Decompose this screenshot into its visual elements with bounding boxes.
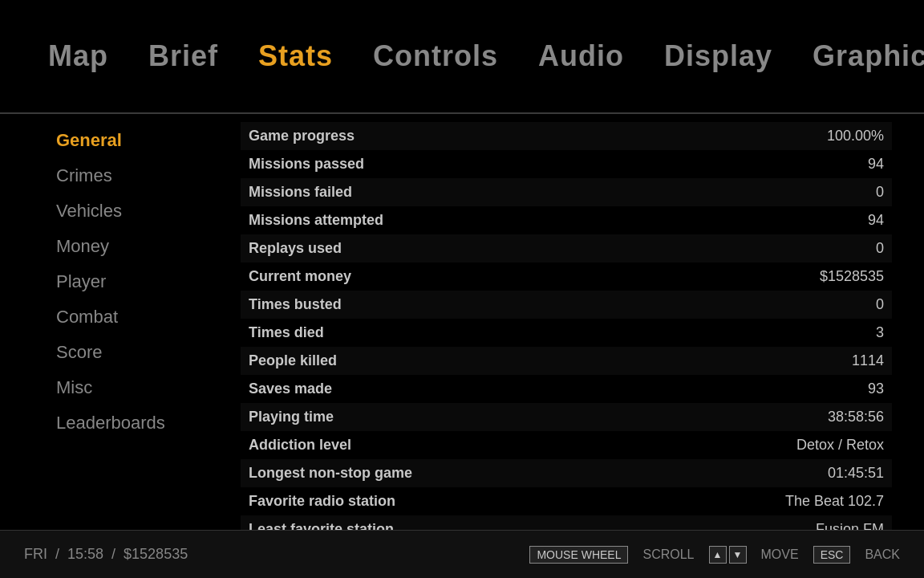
stat-value: 100.00% (827, 128, 884, 144)
nav-item-graphics[interactable]: Graphics (813, 39, 924, 73)
stat-row: Longest non-stop game01:45:51 (241, 459, 892, 487)
stat-row: Missions failed0 (241, 178, 892, 206)
stat-label: Replays used (249, 240, 342, 257)
stat-row: Missions passed94 (241, 150, 892, 178)
stat-row: Playing time38:58:56 (241, 403, 892, 431)
nav-item-audio[interactable]: Audio (538, 39, 624, 73)
nav-item-stats[interactable]: Stats (258, 39, 333, 73)
stat-value: 01:45:51 (828, 465, 884, 482)
sidebar-item-score[interactable]: Score (56, 342, 225, 363)
stat-label: Playing time (249, 409, 334, 425)
day-display: FRI (24, 546, 47, 563)
stat-value: 3 (876, 324, 884, 341)
sidebar-item-player[interactable]: Player (56, 271, 225, 292)
money-display: $1528535 (124, 546, 188, 563)
separator1: / (55, 546, 59, 563)
move-label: MOVE (761, 547, 799, 562)
stat-value: 0 (876, 240, 884, 257)
nav-item-brief[interactable]: Brief (148, 39, 218, 73)
stat-label: Least favorite station (249, 521, 394, 530)
top-navigation: MapBriefStatsControlsAudioDisplayGraphic… (0, 0, 924, 112)
back-label: BACK (865, 547, 900, 562)
stat-label: Game progress (249, 128, 355, 144)
stat-row: Times died3 (241, 319, 892, 347)
bottom-bar: FRI / 15:58 / $1528535 MOUSE WHEEL SCROL… (0, 530, 924, 578)
nav-item-display[interactable]: Display (664, 39, 772, 73)
bottom-status: FRI / 15:58 / $1528535 (24, 546, 188, 563)
bottom-controls: MOUSE WHEEL SCROLL ▲ ▼ MOVE ESC BACK (529, 546, 900, 564)
stat-value: Fusion FM (816, 521, 884, 530)
stat-label: Saves made (249, 381, 332, 397)
stat-value: The Beat 102.7 (785, 493, 884, 510)
stat-row: Favorite radio stationThe Beat 102.7 (241, 487, 892, 515)
stats-area: Game progress100.00%Missions passed94Mis… (225, 114, 924, 530)
sidebar-item-combat[interactable]: Combat (56, 307, 225, 328)
stat-row: Missions attempted94 (241, 206, 892, 234)
stat-label: Addiction level (249, 437, 351, 454)
stat-row: Current money$1528535 (241, 263, 892, 291)
sidebar: GeneralCrimesVehiclesMoneyPlayerCombatSc… (0, 114, 225, 530)
stat-value: 0 (876, 296, 884, 313)
stat-value: 38:58:56 (828, 409, 884, 425)
stat-value: 93 (868, 381, 884, 397)
stat-row: Game progress100.00% (241, 122, 892, 150)
time-display: 15:58 (67, 546, 103, 563)
stat-row: Times busted0 (241, 291, 892, 319)
mouse-wheel-badge: MOUSE WHEEL (529, 546, 628, 564)
stat-row: Replays used0 (241, 234, 892, 263)
up-arrow-icon: ▲ (709, 546, 727, 564)
sidebar-item-vehicles[interactable]: Vehicles (56, 201, 225, 222)
stat-label: Missions attempted (249, 212, 383, 229)
scroll-label: SCROLL (642, 547, 694, 562)
stat-label: Missions passed (249, 156, 364, 173)
stat-row: People killed1114 (241, 347, 892, 375)
stat-label: Missions failed (249, 184, 352, 201)
stat-value: 1114 (852, 352, 884, 369)
separator2: / (111, 546, 116, 563)
arrow-keys: ▲ ▼ (709, 546, 747, 564)
stat-value: Detox / Retox (796, 437, 884, 454)
stat-row: Least favorite stationFusion FM (241, 515, 892, 530)
stat-value: 0 (876, 184, 884, 201)
stat-value: $1528535 (820, 268, 884, 285)
sidebar-item-misc[interactable]: Misc (56, 377, 225, 398)
sidebar-item-leaderboards[interactable]: Leaderboards (56, 413, 225, 434)
stat-label: Longest non-stop game (249, 465, 412, 482)
stat-label: People killed (249, 352, 337, 369)
stat-label: Favorite radio station (249, 493, 395, 510)
sidebar-item-general[interactable]: General (56, 130, 225, 151)
stat-value: 94 (868, 212, 884, 229)
nav-item-controls[interactable]: Controls (373, 39, 498, 73)
stat-value: 94 (868, 156, 884, 173)
stat-row: Addiction levelDetox / Retox (241, 431, 892, 459)
stat-row: Saves made93 (241, 375, 892, 403)
down-arrow-icon: ▼ (729, 546, 747, 564)
sidebar-item-money[interactable]: Money (56, 236, 225, 257)
sidebar-item-crimes[interactable]: Crimes (56, 165, 225, 186)
esc-badge: ESC (813, 546, 851, 564)
nav-item-map[interactable]: Map (48, 39, 108, 73)
stat-label: Times busted (249, 296, 342, 313)
stat-label: Times died (249, 324, 324, 341)
main-content: GeneralCrimesVehiclesMoneyPlayerCombatSc… (0, 114, 924, 530)
stat-label: Current money (249, 268, 351, 285)
